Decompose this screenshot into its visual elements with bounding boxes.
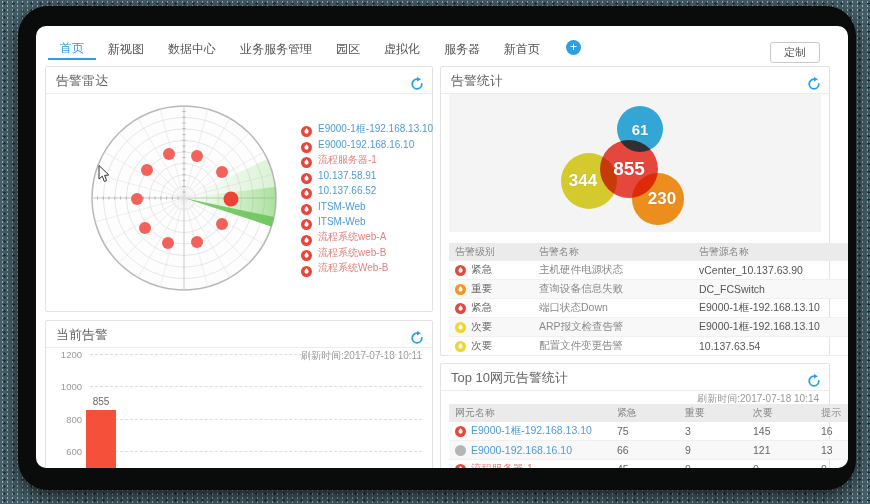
customize-button[interactable]: 定制 (770, 42, 820, 63)
table-row[interactable]: 紧急主机硬件电源状态vCenter_10.137.63.90 (449, 261, 848, 280)
ne-name-link[interactable]: 流程服务器-1 (471, 462, 533, 468)
y-axis-tick: 1000 (52, 381, 82, 392)
alarm-dot[interactable] (162, 237, 174, 249)
panel-header: 告警雷达 (46, 67, 432, 94)
add-tab-icon[interactable]: + (566, 40, 581, 55)
alarm-name: 配置文件变更告警 (533, 337, 693, 356)
radar-alarm-item[interactable]: ITSM-Web (301, 214, 426, 230)
panel-title: Top 10网元告警统计 (451, 370, 568, 385)
alarm-count[interactable]: 45 (611, 460, 679, 469)
bar-chart[interactable]: 12001000800600855 (46, 347, 432, 468)
radar-alarm-item[interactable]: E9000-1框-192.168.13.10 (301, 121, 426, 137)
bar-value-label: 855 (93, 396, 110, 407)
alarm-source-link[interactable]: 流程服务器-1 (318, 153, 377, 167)
refresh-icon[interactable] (410, 73, 424, 87)
panel-header: 告警统计 (441, 67, 829, 94)
panel-header: 当前告警 (46, 321, 432, 348)
alarm-source-link[interactable]: ITSM-Web (318, 201, 366, 212)
radar-chart[interactable] (89, 103, 279, 293)
nav-tab-5[interactable]: 虚拟化 (372, 40, 432, 59)
severity-icon (455, 303, 466, 314)
alarm-source: E9000-1框-192.168.13.10 (693, 299, 848, 318)
panel-alarm-radar: 告警雷达 E9000-1框-192.168.13.10E9000-192.168… (45, 66, 433, 312)
alarm-source-link[interactable]: 流程系统web-A (318, 230, 386, 244)
alarm-count[interactable]: 9 (679, 441, 747, 460)
table-row[interactable]: E9000-192.168.16.1066912113 (449, 441, 848, 460)
radar-alarm-item[interactable]: E9000-192.168.16.10 (301, 137, 426, 153)
alarm-count[interactable]: 3 (679, 422, 747, 441)
panel-alarm-stats: 告警统计 61344855230 告警级别告警名称告警源名称 紧急主机硬件电源状… (440, 66, 830, 356)
table-row[interactable]: E9000-1框-192.168.13.1075314516 (449, 422, 848, 441)
alarm-level: 次要 (471, 339, 492, 353)
alarm-dot[interactable] (216, 218, 228, 230)
table-row[interactable]: 流程服务器-145000 (449, 460, 848, 469)
alarm-dot[interactable] (141, 164, 153, 176)
nav-tab-4[interactable]: 园区 (324, 40, 372, 59)
alarm-source: 10.137.63.54 (693, 337, 848, 356)
bubble-value: 855 (613, 158, 645, 180)
bubble-value: 344 (569, 171, 597, 191)
alarm-dot[interactable] (191, 236, 203, 248)
alarm-count[interactable]: 121 (747, 441, 815, 460)
radar-alarm-item[interactable]: 流程服务器-1 (301, 152, 426, 168)
alarm-level: 紧急 (471, 263, 492, 277)
alarm-source: vCenter_10.137.63.90 (693, 261, 848, 280)
alarm-count[interactable]: 66 (611, 441, 679, 460)
ne-name-link[interactable]: E9000-1框-192.168.13.10 (471, 424, 592, 438)
bubble-chart[interactable]: 61344855230 (449, 94, 821, 232)
alarm-count[interactable]: 75 (611, 422, 679, 441)
panel-current-alarms: 当前告警 刷新时间:2017-07-18 10:11 1200100080060… (45, 320, 433, 468)
alarm-dot[interactable] (131, 193, 143, 205)
alarm-source-link[interactable]: 10.137.66.52 (318, 185, 376, 196)
alarm-source-link[interactable]: 流程系统Web-B (318, 261, 388, 275)
panel-header: Top 10网元告警统计 (441, 364, 829, 391)
alarm-count[interactable]: 16 (815, 422, 848, 441)
nav-tab-6[interactable]: 服务器 (432, 40, 492, 59)
table-row[interactable]: 重要查询设备信息失败DC_FCSwitch (449, 280, 848, 299)
alarm-bar[interactable] (86, 410, 116, 468)
radar-alarm-item[interactable]: 流程系统web-A (301, 230, 426, 246)
alarm-flame-icon (301, 232, 312, 243)
alarm-count[interactable]: 0 (679, 460, 747, 469)
alarm-count[interactable]: 0 (747, 460, 815, 469)
alarm-dot[interactable] (191, 150, 203, 162)
nav-tab-1[interactable]: 新视图 (96, 40, 156, 59)
ne-name-link[interactable]: E9000-192.168.16.10 (471, 444, 572, 456)
alarm-source-link[interactable]: E9000-192.168.16.10 (318, 139, 414, 150)
gridline (90, 386, 422, 387)
alarm-dot[interactable] (163, 148, 175, 160)
radar-alarm-item[interactable]: ITSM-Web (301, 199, 426, 215)
table-row[interactable]: 紧急端口状态DownE9000-1框-192.168.13.10 (449, 299, 848, 318)
bubble-value: 230 (648, 189, 676, 209)
severity-icon (455, 284, 466, 295)
alarm-flame-icon (301, 170, 312, 181)
severity-icon (455, 341, 466, 352)
nav-tab-7[interactable]: 新首页 (492, 40, 552, 59)
refresh-icon[interactable] (807, 370, 821, 384)
radar-alarm-item[interactable]: 流程系统web-B (301, 245, 426, 261)
alarm-source-link[interactable]: 10.137.58.91 (318, 170, 376, 181)
table-row[interactable]: 次要ARP报文检查告警E9000-1框-192.168.13.10 (449, 318, 848, 337)
table-row[interactable]: 次要配置文件变更告警10.137.63.54 (449, 337, 848, 356)
refresh-icon[interactable] (410, 327, 424, 341)
alarm-dot[interactable] (139, 222, 151, 234)
alarm-name: 查询设备信息失败 (533, 280, 693, 299)
alarm-dot[interactable] (224, 192, 239, 207)
radar-alarm-item[interactable]: 10.137.66.52 (301, 183, 426, 199)
alarm-source-link[interactable]: ITSM-Web (318, 216, 366, 227)
alarm-flame-icon (301, 154, 312, 165)
nav-tab-2[interactable]: 数据中心 (156, 40, 228, 59)
alarm-count[interactable]: 145 (747, 422, 815, 441)
alarm-dot[interactable] (216, 166, 228, 178)
alarm-flame-icon (301, 201, 312, 212)
panel-title: 告警统计 (451, 73, 503, 88)
radar-alarm-item[interactable]: 流程系统Web-B (301, 261, 426, 277)
nav-tab-3[interactable]: 业务服务管理 (228, 40, 324, 59)
radar-alarm-item[interactable]: 10.137.58.91 (301, 168, 426, 184)
gridline (90, 419, 422, 420)
nav-tab-0[interactable]: 首页 (48, 39, 96, 60)
alarm-count[interactable]: 13 (815, 441, 848, 460)
alarm-source-link[interactable]: E9000-1框-192.168.13.10 (318, 122, 433, 136)
alarm-source-link[interactable]: 流程系统web-B (318, 246, 386, 260)
refresh-icon[interactable] (807, 73, 821, 87)
